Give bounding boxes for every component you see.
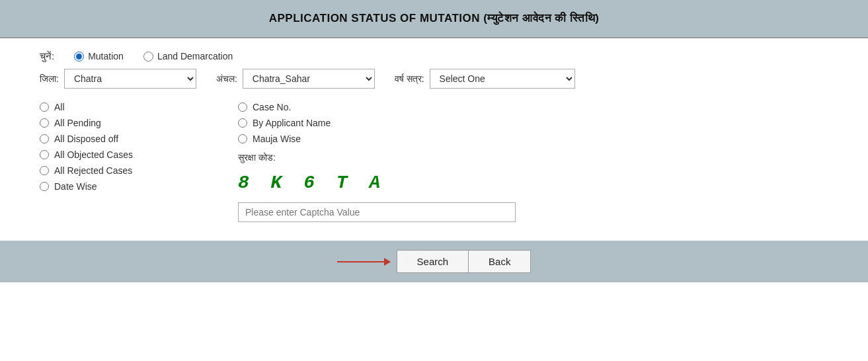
footer-buttons: Search Back bbox=[397, 250, 532, 273]
mutation-label: Mutation bbox=[88, 51, 124, 61]
page-wrapper: APPLICATION STATUS OF MUTATION (म्युटेशन… bbox=[0, 0, 868, 361]
filter-mauja-wise[interactable]: Mauja Wise bbox=[238, 134, 828, 144]
all-pending-label: All Pending bbox=[54, 118, 101, 128]
district-label: जिला: bbox=[40, 73, 59, 85]
land-radio[interactable] bbox=[143, 52, 153, 61]
all-radio[interactable] bbox=[40, 102, 49, 112]
all-objected-radio[interactable] bbox=[40, 150, 49, 159]
filter-all-objected[interactable]: All Objected Cases bbox=[40, 149, 212, 160]
mauja-wise-radio[interactable] bbox=[238, 134, 247, 143]
filter-all-disposed[interactable]: All Disposed off bbox=[40, 134, 212, 144]
right-filter-group: Case No. By Applicant Name Mauja Wise सु… bbox=[238, 102, 828, 222]
anchal-select[interactable]: Chatra_Sahar bbox=[243, 69, 375, 89]
type-selector-row: चुनें: Mutation Land Demarcation bbox=[40, 50, 828, 62]
page-header: APPLICATION STATUS OF MUTATION (म्युटेशन… bbox=[0, 0, 868, 38]
filter-all[interactable]: All bbox=[40, 102, 212, 112]
filter-applicant-name[interactable]: By Applicant Name bbox=[238, 118, 828, 128]
filter-case-no[interactable]: Case No. bbox=[238, 102, 828, 112]
all-rejected-label: All Rejected Cases bbox=[54, 165, 132, 176]
captcha-image: 8 K 6 T A bbox=[238, 169, 828, 197]
filter-section: All All Pending All Disposed off All Obj… bbox=[40, 102, 828, 222]
main-content: चुनें: Mutation Land Demarcation जिला: C… bbox=[0, 38, 868, 234]
captcha-input[interactable] bbox=[238, 202, 516, 222]
all-objected-label: All Objected Cases bbox=[54, 149, 133, 160]
all-label: All bbox=[54, 102, 65, 112]
filter-all-pending[interactable]: All Pending bbox=[40, 118, 212, 128]
date-wise-label: Date Wise bbox=[54, 181, 97, 192]
filter-all-rejected[interactable]: All Rejected Cases bbox=[40, 165, 212, 176]
all-disposed-radio[interactable] bbox=[40, 134, 49, 143]
filter-date-wise[interactable]: Date Wise bbox=[40, 181, 212, 192]
all-rejected-radio[interactable] bbox=[40, 166, 49, 175]
land-label: Land Demarcation bbox=[157, 51, 233, 61]
back-button[interactable]: Back bbox=[468, 250, 531, 273]
arrow-indicator bbox=[337, 261, 390, 262]
arrow-line bbox=[337, 261, 390, 262]
year-label: वर्ष सत्र: bbox=[395, 73, 424, 85]
anchal-label: अंचल: bbox=[216, 73, 237, 85]
selects-row: जिला: Chatra अंचल: Chatra_Sahar वर्ष सत्… bbox=[40, 69, 828, 89]
applicant-name-radio[interactable] bbox=[238, 118, 247, 128]
year-select[interactable]: Select One bbox=[430, 69, 575, 89]
mutation-radio[interactable] bbox=[74, 52, 84, 61]
left-filter-group: All All Pending All Disposed off All Obj… bbox=[40, 102, 212, 222]
search-button[interactable]: Search bbox=[397, 250, 469, 273]
case-no-radio[interactable] bbox=[238, 102, 247, 112]
mutation-option[interactable]: Mutation bbox=[74, 51, 124, 61]
year-field: वर्ष सत्र: Select One bbox=[395, 69, 575, 89]
page-title: APPLICATION STATUS OF MUTATION (म्युटेशन… bbox=[269, 12, 600, 24]
all-pending-radio[interactable] bbox=[40, 118, 49, 128]
district-select[interactable]: Chatra bbox=[64, 69, 196, 89]
all-disposed-label: All Disposed off bbox=[54, 134, 118, 144]
chunne-label: चुनें: bbox=[40, 50, 54, 62]
land-demarcation-option[interactable]: Land Demarcation bbox=[143, 51, 233, 61]
case-no-label: Case No. bbox=[253, 102, 291, 112]
anchal-field: अंचल: Chatra_Sahar bbox=[216, 69, 375, 89]
district-field: जिला: Chatra bbox=[40, 69, 196, 89]
date-wise-radio[interactable] bbox=[40, 182, 49, 191]
applicant-name-label: By Applicant Name bbox=[253, 118, 331, 128]
footer-bar: Search Back bbox=[0, 241, 868, 282]
mauja-wise-label: Mauja Wise bbox=[253, 134, 301, 144]
security-code-label: सुरक्षा कोड: bbox=[238, 152, 828, 163]
